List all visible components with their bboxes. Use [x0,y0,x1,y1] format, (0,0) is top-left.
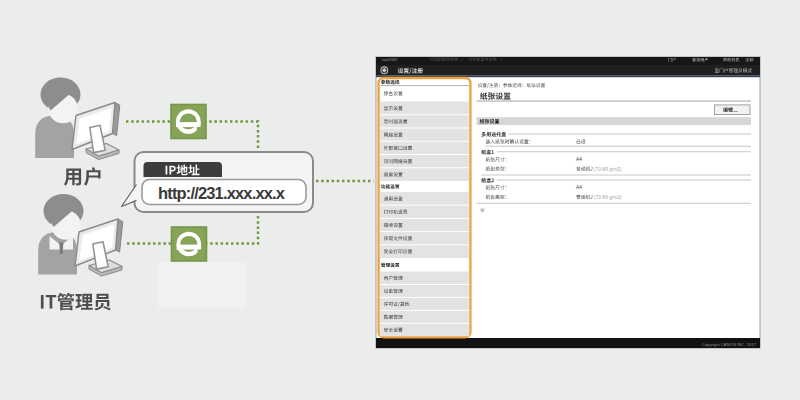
svg-text:A4: A4 [576,157,582,162]
svg-text:imageRUNNER: imageRUNNER [382,58,398,62]
svg-text:http://231.xxx.xx.x: http://231.xxx.xx.x [158,184,286,202]
svg-text:(70-89 g/m2): (70-89 g/m2) [594,195,622,200]
svg-text:A4: A4 [576,185,582,190]
svg-text:Copyright CANON INC. 2017: Copyright CANON INC. 2017 [702,342,757,347]
svg-text:(70-89 g/m2): (70-89 g/m2) [594,167,622,172]
svg-text:...: ... [734,107,739,113]
